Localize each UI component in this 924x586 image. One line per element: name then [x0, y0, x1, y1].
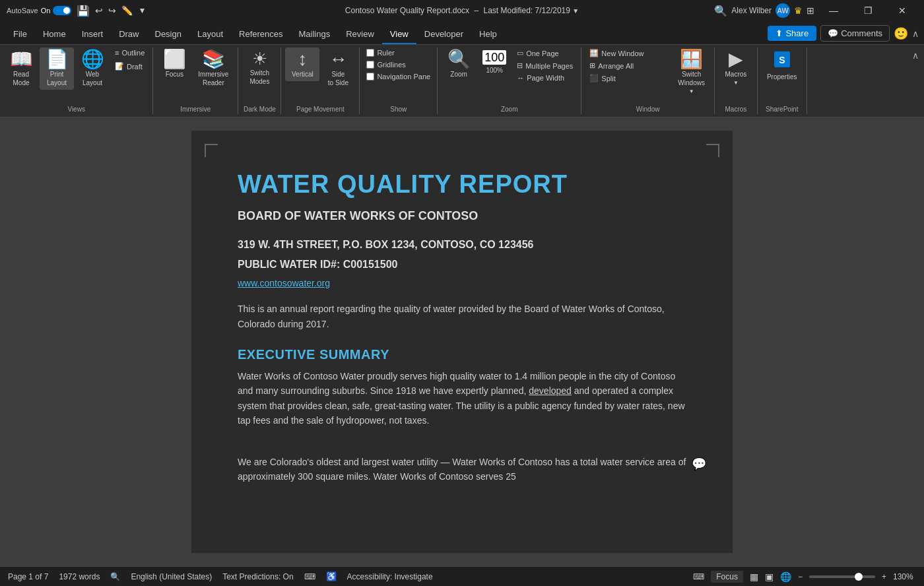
ribbon: 📖 ReadMode 📄 PrintLayout 🌐 WebLayout ≡ O…: [0, 45, 924, 117]
outline-button[interactable]: ≡ Outline: [111, 48, 148, 58]
restore-button[interactable]: ❐: [853, 0, 883, 21]
status-bar: Page 1 of 7 1972 words 🔍 English (United…: [0, 566, 924, 586]
vertical-icon: ↕: [298, 50, 307, 69]
tab-review[interactable]: Review: [338, 25, 382, 44]
web-view-icon[interactable]: 🌐: [780, 571, 791, 582]
draft-button[interactable]: 📝 Draft: [111, 61, 148, 72]
tab-layout[interactable]: Layout: [189, 25, 231, 44]
zoom-icon: 🔍: [447, 50, 471, 69]
ribbon-group-show: Ruler Gridlines Navigation Pane Show: [360, 48, 438, 114]
search-icon[interactable]: 🔍: [714, 5, 727, 17]
web-layout-button[interactable]: 🌐 WebLayout: [75, 48, 110, 90]
ribbon-collapse-btn[interactable]: ∧: [907, 48, 924, 114]
gridlines-check-input[interactable]: [366, 61, 374, 69]
document-website[interactable]: www.contosowater.org: [238, 278, 686, 288]
save-icon[interactable]: 💾: [77, 5, 90, 17]
mode-switch-icon[interactable]: ⌨: [693, 572, 704, 581]
emoji-button[interactable]: 🙂: [894, 26, 908, 41]
immersive-reader-label: ImmersiveReader: [198, 70, 228, 87]
focus-button[interactable]: ⬜ Focus: [157, 48, 191, 81]
underline-developed: developed: [529, 385, 572, 396]
autosave-toggle[interactable]: AutoSave On: [7, 6, 71, 15]
split-button[interactable]: ⬛ Split: [585, 73, 671, 84]
sharepoint-group-label: SharePoint: [762, 104, 803, 114]
show-group-label: Show: [364, 104, 433, 114]
user-avatar[interactable]: AW: [776, 3, 790, 18]
ribbon-collapse-icon[interactable]: ∧: [912, 28, 919, 39]
zoom-thumb[interactable]: [855, 573, 863, 581]
page-width-button[interactable]: ↔ Page Width: [513, 73, 577, 83]
tab-design[interactable]: Design: [147, 25, 189, 44]
macros-button[interactable]: ▶ Macros ▼: [719, 48, 753, 88]
macros-items: ▶ Macros ▼: [719, 48, 753, 104]
close-button[interactable]: ✕: [887, 0, 917, 21]
navigation-pane-checkbox[interactable]: Navigation Pane: [364, 71, 433, 82]
tab-file[interactable]: File: [5, 25, 35, 44]
autosave-switch[interactable]: [53, 6, 71, 15]
tab-insert[interactable]: Insert: [74, 25, 112, 44]
arrange-all-button[interactable]: ⊞ Arrange All: [585, 60, 671, 71]
switch-modes-icon: ☀: [252, 50, 267, 67]
tab-help[interactable]: Help: [471, 25, 505, 44]
vertical-button[interactable]: ↕ Vertical: [285, 48, 319, 81]
macros-icon: ▶: [729, 50, 743, 69]
web-layout-label: WebLayout: [82, 70, 102, 87]
tablet-icon[interactable]: ⌨: [304, 572, 315, 581]
language[interactable]: English (United States): [131, 572, 212, 581]
zoom-100-button[interactable]: 100 100%: [477, 48, 512, 77]
tab-home[interactable]: Home: [35, 25, 74, 44]
proofing-icon[interactable]: 🔍: [110, 572, 120, 581]
grid-icon[interactable]: ⊞: [807, 5, 814, 16]
version-dropdown-icon[interactable]: ▼: [572, 7, 579, 15]
zoom-slider[interactable]: [809, 575, 875, 578]
ruler-checkbox[interactable]: Ruler: [364, 48, 433, 58]
web-layout-icon: 🌐: [81, 50, 104, 69]
switch-modes-button[interactable]: ☀ SwitchModes: [242, 48, 277, 88]
page-movement-group-label: Page Movement: [285, 104, 355, 114]
focus-button[interactable]: Focus: [711, 571, 743, 583]
text-predictions[interactable]: Text Predictions: On: [222, 572, 293, 581]
multiple-pages-button[interactable]: ⊟ Multiple Pages: [513, 60, 577, 71]
properties-button[interactable]: S Properties: [762, 48, 803, 84]
layout-view-icon[interactable]: ▦: [750, 571, 758, 582]
switch-modes-label: SwitchModes: [249, 69, 269, 86]
collapse-ribbon-icon[interactable]: ∧: [912, 50, 919, 61]
zoom-in-icon[interactable]: +: [882, 572, 886, 581]
customize-icon[interactable]: ▼: [138, 6, 146, 15]
share-icon: ⬆: [776, 28, 783, 38]
tab-mailings[interactable]: Mailings: [291, 25, 339, 44]
print-layout-button[interactable]: 📄 PrintLayout: [40, 48, 74, 90]
redo-icon[interactable]: ↪: [108, 5, 116, 16]
comment-annotation-icon[interactable]: 💬: [692, 455, 706, 474]
immersive-reader-button[interactable]: 📚 ImmersiveReader: [193, 48, 234, 90]
share-button[interactable]: ⬆ Share: [768, 26, 816, 41]
outline-draft-group: ≡ Outline 📝 Draft: [111, 48, 148, 72]
crown-icon[interactable]: ♛: [794, 5, 803, 16]
zoom-button[interactable]: 🔍 Zoom: [442, 48, 476, 81]
accessibility-label[interactable]: Accessibility: Investigate: [347, 572, 433, 581]
new-window-button[interactable]: 🪟 New Window: [585, 48, 671, 59]
zoom-level[interactable]: 130%: [893, 572, 916, 581]
ribbon-group-views: 📖 ReadMode 📄 PrintLayout 🌐 WebLayout ≡ O…: [0, 48, 153, 114]
ruler-check-input[interactable]: [366, 49, 374, 57]
read-mode-button[interactable]: 📖 ReadMode: [4, 48, 38, 90]
multiple-pages-icon: ⊟: [517, 61, 523, 70]
print-view-icon[interactable]: ▣: [765, 571, 774, 582]
one-page-button[interactable]: ▭ One Page: [513, 48, 577, 59]
arrange-all-icon: ⊞: [589, 61, 595, 70]
side-to-side-button[interactable]: ↔ Sideto Side: [321, 48, 355, 90]
tab-references[interactable]: References: [231, 25, 290, 44]
gridlines-checkbox[interactable]: Gridlines: [364, 59, 433, 70]
switch-windows-button[interactable]: 🪟 SwitchWindows ▼: [673, 48, 710, 97]
views-group-label: Views: [4, 104, 148, 114]
tab-draw[interactable]: Draw: [111, 25, 147, 44]
undo-icon[interactable]: ↩: [95, 5, 103, 16]
comments-button[interactable]: 💬 Comments: [820, 25, 890, 42]
tab-view[interactable]: View: [382, 25, 416, 44]
minimize-button[interactable]: —: [818, 0, 849, 21]
pen-icon[interactable]: ✏️: [121, 5, 133, 16]
new-window-icon: 🪟: [589, 49, 599, 57]
tab-developer[interactable]: Developer: [416, 25, 471, 44]
nav-pane-check-input[interactable]: [366, 73, 374, 81]
zoom-out-icon[interactable]: −: [798, 572, 803, 581]
